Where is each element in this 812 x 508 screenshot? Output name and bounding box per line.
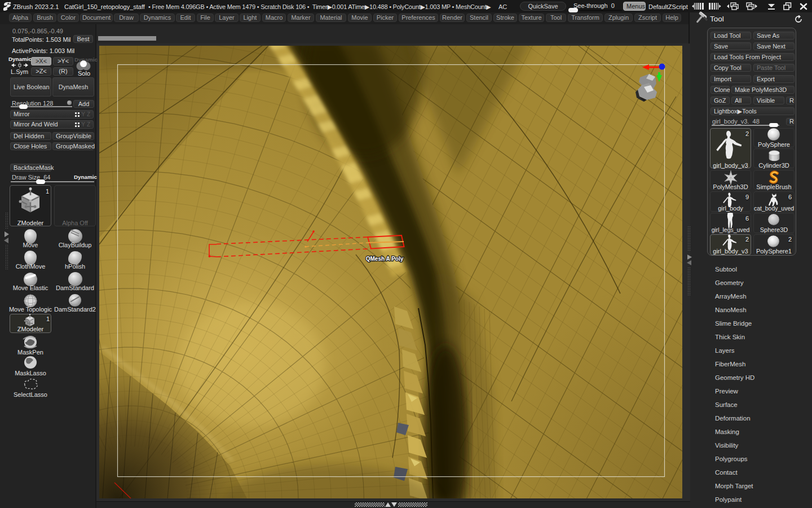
svg-text:QMesh A Poly: QMesh A Poly: [366, 256, 404, 262]
